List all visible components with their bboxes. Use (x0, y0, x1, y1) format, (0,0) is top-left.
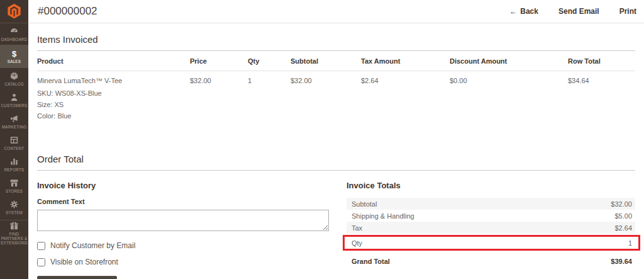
invoice-totals-panel: Invoice Totals Subtotal $32.00 Shipping … (347, 177, 635, 279)
col-header-qty: Qty (248, 51, 291, 71)
tax-amount-cell: $2.64 (361, 71, 450, 124)
items-invoiced-title: Items Invoiced (37, 34, 635, 51)
totals-row-shipping: Shipping & Handling $5.00 (347, 210, 635, 222)
catalog-box-icon (9, 71, 19, 81)
col-header-price: Price (190, 51, 248, 71)
sidebar-item-dashboard[interactable]: DASHBOARD (0, 23, 28, 45)
comment-text-input[interactable] (37, 210, 329, 231)
sidebar-item-label: CATALOG (1, 82, 28, 86)
totals-row-tax: Tax $2.64 (347, 222, 635, 234)
page-title: #000000002 (38, 5, 97, 18)
content-layout-icon (9, 135, 19, 145)
sidebar-item-sales[interactable]: $ SALES (0, 45, 28, 68)
sidebar-item-label: STORES (1, 189, 28, 193)
totals-value: $2.64 (614, 224, 632, 232)
totals-value: 1 (628, 239, 632, 247)
send-email-button[interactable]: Send Email (558, 7, 599, 16)
customers-person-icon (9, 93, 19, 102)
magento-logo-icon (8, 4, 21, 19)
header-actions: ← Back Send Email Print (509, 7, 636, 16)
table-header-row: Product Price Qty Subtotal Tax Amount Di… (37, 51, 635, 71)
sidebar-item-label: MARKETING (1, 125, 28, 129)
sidebar-item-find-partners-extensions[interactable]: FIND PARTNERS & EXTENSIONS (0, 220, 28, 245)
product-name: Minerva LumaTech™ V-Tee (37, 77, 190, 85)
totals-row-qty: Qty 1 (345, 237, 638, 249)
order-total-title: Order Total (37, 154, 635, 171)
sidebar-item-label: FIND PARTNERS & EXTENSIONS (1, 232, 28, 245)
qty-cell: 1 (248, 71, 291, 124)
back-button-label: Back (520, 7, 538, 16)
back-button[interactable]: ← Back (509, 7, 538, 16)
qty-row-annotation-box: Qty 1 (343, 235, 640, 251)
sidebar-item-label: SYSTEM (1, 210, 28, 215)
marketing-megaphone-icon (9, 114, 19, 123)
visible-storefront-checkbox[interactable] (37, 258, 45, 266)
product-cell: Minerva LumaTech™ V-Tee SKU: WS08-XS-Blu… (37, 71, 190, 124)
items-invoiced-table: Product Price Qty Subtotal Tax Amount Di… (37, 51, 635, 123)
totals-label: Qty (352, 239, 362, 247)
sidebar-item-content[interactable]: CONTENT (0, 132, 28, 154)
totals-label: Shipping & Handling (352, 212, 414, 220)
col-header-discount-amount: Discount Amount (450, 51, 568, 71)
notify-customer-label: Notify Customer by Email (50, 241, 135, 250)
notify-customer-checkbox-row[interactable]: Notify Customer by Email (37, 241, 329, 250)
submit-comment-button[interactable]: Submit Comment (37, 276, 117, 279)
magento-logo[interactable] (0, 0, 28, 23)
product-color: Color: Blue (37, 112, 190, 120)
extensions-gift-icon (9, 221, 19, 231)
dashboard-gauge-icon (9, 26, 19, 36)
totals-label: Grand Total (352, 258, 390, 265)
print-label: Print (619, 7, 636, 16)
sidebar-item-customers[interactable]: CUSTOMERS (0, 89, 28, 111)
sidebar-item-label: SALES (1, 59, 28, 64)
main-content: Items Invoiced Product Price Qty Subtota… (28, 34, 644, 279)
send-email-label: Send Email (558, 7, 599, 16)
sidebar-item-stores[interactable]: STORES (0, 175, 28, 196)
totals-label: Subtotal (352, 200, 377, 208)
sidebar-item-label: CUSTOMERS (1, 103, 28, 108)
sales-dollar-icon: $ (12, 50, 16, 58)
col-header-product: Product (37, 51, 190, 71)
sidebar-item-marketing[interactable]: MARKETING (0, 111, 28, 132)
print-button[interactable]: Print (619, 7, 636, 16)
invoice-totals-title: Invoice Totals (347, 181, 635, 190)
totals-row-subtotal: Subtotal $32.00 (347, 198, 635, 210)
product-size: Size: XS (37, 101, 190, 109)
totals-row-grand-total: Grand Total $39.64 (347, 253, 635, 265)
admin-sidebar: DASHBOARD $ SALES CATALOG CUSTOMERS MARK… (0, 0, 28, 279)
notify-customer-checkbox[interactable] (37, 242, 45, 250)
sidebar-item-catalog[interactable]: CATALOG (0, 68, 28, 89)
product-sku: SKU: WS08-XS-Blue (37, 89, 190, 98)
totals-value: $5.00 (614, 212, 632, 220)
page-header: #000000002 ← Back Send Email Print (28, 0, 644, 23)
stores-storefront-icon (9, 178, 19, 188)
sidebar-item-label: DASHBOARD (1, 37, 28, 42)
sidebar-item-system[interactable]: SYSTEM (0, 196, 28, 218)
reports-chart-icon (9, 157, 19, 166)
back-arrow-icon: ← (509, 7, 517, 16)
totals-label: Tax (352, 224, 362, 232)
invoice-history-panel: Invoice History Comment Text Notify Cust… (37, 177, 329, 279)
discount-amount-cell: $0.00 (450, 71, 568, 124)
price-cell: $32.00 (190, 71, 248, 124)
table-row: Minerva LumaTech™ V-Tee SKU: WS08-XS-Blu… (37, 71, 635, 124)
subtotal-cell: $32.00 (291, 71, 361, 124)
visible-storefront-checkbox-row[interactable]: Visible on Storefront (37, 258, 329, 266)
col-header-tax-amount: Tax Amount (361, 51, 450, 71)
col-header-subtotal: Subtotal (291, 51, 361, 71)
invoice-history-title: Invoice History (37, 181, 329, 190)
sidebar-item-label: CONTENT (1, 146, 28, 151)
comment-text-label: Comment Text (37, 198, 329, 205)
system-gear-icon (9, 200, 19, 209)
sidebar-item-label: REPORTS (1, 168, 28, 172)
sidebar-item-reports[interactable]: REPORTS (0, 154, 28, 175)
visible-storefront-label: Visible on Storefront (50, 258, 118, 266)
col-header-row-total: Row Total (568, 51, 635, 71)
totals-value: $39.64 (611, 258, 632, 265)
totals-value: $32.00 (611, 200, 632, 208)
row-total-cell: $34.64 (568, 71, 635, 124)
